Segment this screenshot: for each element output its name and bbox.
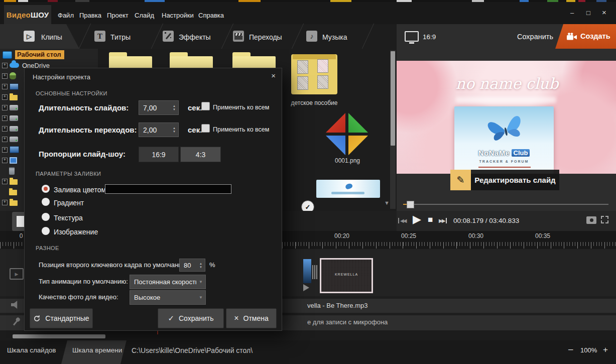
dialog-close-icon[interactable]: × (271, 71, 276, 80)
close-button[interactable]: × (602, 8, 606, 17)
menu-file[interactable]: Файл (58, 12, 74, 19)
transition-duration-value[interactable]: 2,00 (139, 126, 170, 134)
apply-all-checkbox[interactable] (201, 102, 210, 110)
fill-color-label: Заливка цветом (54, 186, 106, 194)
dropdown-arrow-icon: ▼ (196, 280, 205, 284)
edit-slide-button[interactable]: Редактировать слайд (471, 170, 559, 190)
aspect-16-9-button[interactable]: 16:9 (139, 147, 179, 162)
zoom-out-button[interactable]: – (568, 344, 573, 354)
image-file-thumbnail[interactable] (327, 114, 366, 154)
section-fill-params: ПАРАМЕТРЫ ЗАЛИВКИ (36, 171, 101, 177)
apply-all-checkbox[interactable] (201, 124, 210, 133)
play-icon[interactable]: ▶ (413, 213, 421, 226)
spin-up-icon[interactable]: ▲ (173, 127, 176, 130)
expander-icon[interactable]: + (2, 84, 8, 89)
expander-icon[interactable]: + (2, 158, 8, 163)
desktop-icon (3, 51, 12, 59)
expander-icon[interactable]: + (2, 200, 8, 205)
animation-type-dropdown[interactable]: Постоянная скорость ▼ (130, 275, 206, 289)
save-project-button[interactable]: Сохранить (517, 33, 553, 41)
status-bar: Шкала слайдов Шкала времени C:\Users\kil… (0, 340, 616, 364)
butterfly-icon (484, 108, 527, 151)
drive-icon (10, 126, 18, 132)
spinner-arrows[interactable]: ▲ ▼ (197, 262, 205, 269)
scroll-down-icon[interactable]: ▼ (384, 200, 390, 206)
tree-item-desktop[interactable]: Рабочий стол (0, 50, 98, 60)
stop-icon[interactable]: ■ (428, 215, 433, 225)
keyframe-position-spinner[interactable]: 80 ▲ ▼ (179, 259, 205, 272)
fill-gradient-radio[interactable] (42, 198, 50, 206)
timeline-hscrollbar-thumb[interactable] (13, 334, 105, 338)
card-logo: NoNaMe Club (454, 149, 554, 157)
slide-duration-spinner[interactable]: 7,00 ▲ ▼ (139, 100, 179, 115)
expander-icon[interactable]: + (2, 179, 8, 184)
seek-slider-handle[interactable] (407, 201, 414, 208)
tab-clips-label[interactable]: Клипы (41, 33, 62, 41)
minimize-button[interactable]: – (570, 9, 574, 17)
browser-scrollbar[interactable] (390, 50, 396, 209)
expander-icon[interactable]: + (2, 94, 8, 100)
slides-scale-tab[interactable]: Шкала слайдов (7, 346, 56, 354)
maximize-button[interactable]: □ (586, 9, 590, 17)
animation-type-value: Постоянная скорость (130, 278, 196, 286)
clip-drag-handle[interactable] (312, 265, 318, 279)
edit-slide-pencil-button[interactable]: ✎ (450, 170, 471, 190)
open-folder-thumbnail[interactable] (291, 54, 337, 94)
fullscreen-icon[interactable] (601, 216, 608, 223)
fill-texture-radio[interactable] (42, 213, 50, 221)
expander-icon[interactable]: + (2, 63, 8, 68)
menu-project[interactable]: Проект (107, 12, 129, 19)
skip-end-icon[interactable]: ▶▶ (439, 218, 447, 223)
clip-sliver[interactable] (303, 259, 311, 283)
create-video-button[interactable]: Создать (555, 24, 616, 49)
expander-icon[interactable]: + (2, 73, 8, 79)
spinner-arrows[interactable]: ▲ ▼ (170, 104, 178, 111)
slide-duration-value[interactable]: 7,00 (139, 104, 170, 112)
menu-help[interactable]: Справка (198, 12, 224, 19)
spin-down-icon[interactable]: ▼ (173, 108, 176, 111)
tab-titles-label[interactable]: Титры (110, 33, 131, 41)
skip-start-icon[interactable]: ◀◀ (398, 218, 406, 223)
banner-thumbnail[interactable] (316, 180, 380, 198)
tab-clips[interactable] (0, 24, 79, 49)
tab-music-label[interactable]: Музыка (322, 33, 347, 41)
keyframe-position-value[interactable]: 80 (180, 262, 197, 269)
time-display: 00:08.179 / 03:40.833 (453, 217, 519, 224)
defaults-button[interactable]: Стандартные (30, 308, 93, 328)
spin-down-icon[interactable]: ▼ (199, 266, 202, 269)
transition-duration-spinner[interactable]: 2,00 ▲ ▼ (139, 123, 179, 137)
clapperboard-icon (233, 31, 244, 42)
spin-up-icon[interactable]: ▲ (173, 104, 176, 107)
spin-down-icon[interactable]: ▼ (173, 130, 176, 133)
browser-scrollbar-thumb[interactable] (391, 51, 395, 146)
tab-transitions-label[interactable]: Переходы (249, 33, 282, 41)
time-scale-tab[interactable]: Шкала времени (61, 340, 127, 364)
menu-edit[interactable]: Правка (79, 12, 101, 19)
aspect-4-3-button[interactable]: 4:3 (180, 147, 221, 162)
photo-quality-dropdown[interactable]: Высокое ▼ (130, 290, 206, 305)
seek-slider-track[interactable] (403, 204, 608, 205)
fill-image-radio[interactable] (42, 227, 50, 235)
save-settings-button[interactable]: ✓ Сохранить (158, 308, 224, 328)
expander-icon[interactable]: + (2, 115, 8, 121)
expander-icon[interactable]: + (2, 126, 8, 132)
fill-color-swatch[interactable] (105, 184, 231, 194)
snapshot-icon[interactable] (586, 216, 596, 224)
spin-up-icon[interactable]: ▲ (199, 262, 202, 265)
expander-icon[interactable]: + (2, 147, 8, 153)
tab-effects-label[interactable]: Эффекты (179, 33, 211, 41)
spinner-arrows[interactable]: ▲ ▼ (170, 127, 178, 133)
menu-slide[interactable]: Слайд (135, 12, 154, 19)
menu-settings[interactable]: Настройки (162, 12, 194, 19)
card-logo-main: NoNaMe (478, 149, 510, 157)
aspect-ratio-indicator: 16:9 (423, 33, 436, 41)
fill-color-radio[interactable] (42, 185, 50, 193)
titles-text-icon: T (94, 31, 105, 42)
zoom-in-button[interactable]: + (603, 345, 608, 355)
timeline-clip-caption: KREWELLA (321, 273, 372, 276)
aspect-ratio-label: Пропорции слайд-шоу: (39, 150, 126, 158)
cancel-settings-button[interactable]: × Отмена (226, 308, 277, 328)
timeline-clip[interactable]: KREWELLA (320, 258, 373, 293)
expander-icon[interactable]: + (2, 137, 8, 142)
expander-icon[interactable]: + (2, 105, 8, 110)
